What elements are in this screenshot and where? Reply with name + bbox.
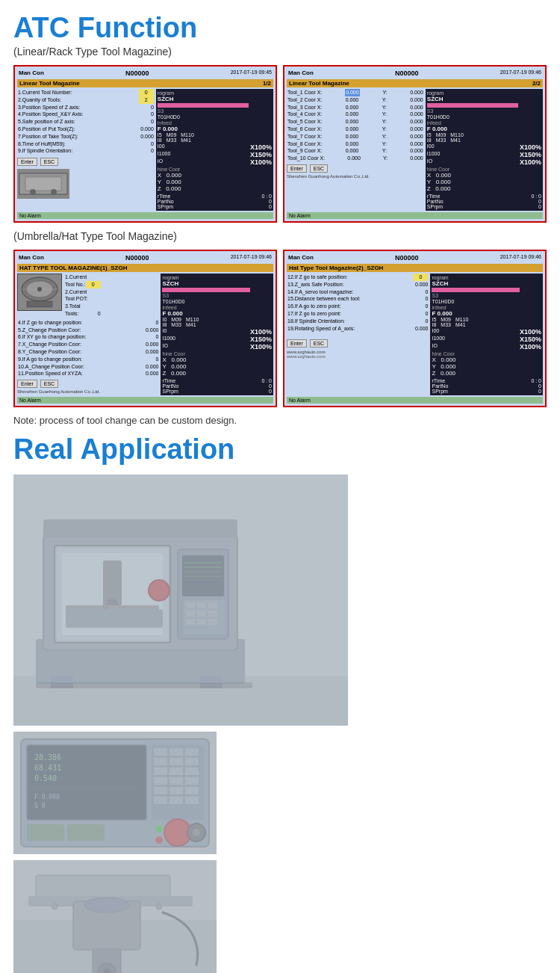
screen1-time: 0 : 0 [261,194,272,199]
svg-point-38 [149,580,169,601]
screen1-enter-button[interactable]: Enter [17,158,37,166]
screen3-pct-row3: IO X100% [162,343,272,350]
param-row-6: 6.Position of Put Tool(Z):0.000 [17,126,155,133]
screen4-z-coord: Z 0.000 [432,370,541,377]
screen1-speeds2: I8 M33 M41 [158,138,272,143]
screen2-company: Shenzhen Guanhong Automation Co.,Ltd. [287,174,424,179]
screen2-mode: Man Con [288,70,314,77]
screen3-time-row: rTime 0 : 0 [162,378,272,383]
param-row-2: 2.Quanity of Tools:2 [17,96,155,104]
screen1-s4: M41 [181,138,191,143]
svg-rect-71 [27,824,64,841]
screen2-header: Man Con N00000 2017-07-19 09:46 [287,69,543,78]
screen4-params: 12.If Z go to safe position:0 13.Z_axis … [287,274,429,332]
screen2-program: SZCH [427,96,541,102]
screen4-time-row: rTime 0 : 0 [432,378,541,383]
screen4-pct2: X150% [520,336,541,343]
s4-p1: 12.If Z go to safe position:0 [287,274,429,281]
screen2-enter-button[interactable]: Enter [287,164,307,173]
cnc-machine-svg [13,475,348,726]
param-row-4: 4.Position Speed_X&Y Axis:0 [17,111,155,118]
screen1-feed: F 0.000 [158,126,272,132]
umbrella-screens-row: Man Con N00000 2017-07-19 09:46 HAT TYPE… [13,250,547,407]
screen2-pct1: X100% [520,143,541,151]
svg-text:68.431: 68.431 [34,764,61,772]
screen3-s2: M110 [186,317,199,322]
screen2-sprpm: 0 [538,204,541,209]
screen1-esc-button[interactable]: ESC [40,158,58,166]
s4-p3: 14.If A_servo tool magazine:0 [287,288,429,296]
screen3: Man Con N00000 2017-07-19 09:46 HAT TYPE… [13,250,277,407]
param-row-3: 3.Position Speed of Z axis:0 [17,104,155,111]
screen3-y-coord: Y 0.000 [162,363,272,370]
svg-rect-39 [43,519,237,538]
screen1: Man Con N00000 2017-07-19 09:45 Linear T… [13,65,277,223]
screen3-partno-row: PartNo 0 [162,383,272,389]
svg-rect-63 [169,777,183,785]
screen1-ncode: N00000 [44,70,231,77]
screen3-sprpm-label: SPrpm [162,389,178,394]
right-images-col: 28.386 68.431 0.540 F 0.000 S 0 [13,732,217,973]
svg-rect-21 [66,609,163,628]
screen3-enter-button[interactable]: Enter [17,380,37,388]
param-row-7: 7.Position of Take Tool(Z):0.000 [17,133,155,140]
cnc-machine-image [13,475,348,726]
screen4-pct2-label: I1000 [432,336,445,343]
screen4-mode: Man Con [288,254,314,262]
screen1-header: Man Con N00000 2017-07-19 09:45 [17,69,273,78]
screen4-speeds2: I8 M33 M41 [432,322,541,327]
screen1-progress-bar [158,103,249,108]
svg-rect-9 [27,301,52,307]
s3-p11: 8.Y_Change Position Coor:0.000 [17,348,159,356]
screen4-left: 12.If Z go to safe position:0 13.Z_axis … [287,274,429,395]
screen3-company: Shenzhen Guanhong Automation Co.,Ltd. [17,389,159,394]
screen4-ncode: N00000 [314,254,500,262]
screen2-s7: I8 [427,138,432,143]
svg-rect-32 [186,611,195,617]
screen2-pct1-label: I00 [427,143,435,151]
screen4-progress-bar [432,288,519,292]
screen3-esc-button[interactable]: ESC [40,380,58,388]
screen2-speeds: I5 M09 M110 [427,132,541,138]
screen3-prog-label: rogram [162,275,272,280]
svg-rect-20 [103,560,108,613]
svg-point-87 [52,904,57,909]
svg-point-75 [155,836,163,844]
screen4-enter-button[interactable]: Enter [287,339,307,348]
screen4-pct1-label: I00 [432,328,439,336]
screen4-s3b: M33 [441,322,451,327]
s4-p4: 15.Distance between each tool:0 [287,295,429,303]
screen3-right: rogram SZCH S3 T01H0D0 infeed F 0.000 I0… [161,274,273,395]
screen2-prog-label: rogram [427,90,541,96]
screen3-feed: F 0.000 [162,310,272,317]
screen3-title: HAT TYPE TOOL MAGAZINE(1)_SZGH [19,265,127,271]
linear-subtitle: (Linear/Rack Type Tool Magazine) [13,46,547,58]
screen2-partno-label: PartNo [427,199,444,204]
svg-point-74 [155,825,163,833]
screen1-prog-label: rogram [158,90,272,96]
screen4-esc-button[interactable]: ESC [310,339,328,348]
svg-rect-1 [25,177,61,191]
screen1-y-coord: Y 0.000 [158,179,272,185]
machine-part-svg [13,860,217,973]
svg-rect-67 [185,787,199,794]
screen4-title-bar: Hat Type Tool Magazine(2)_SZGH [287,264,543,272]
screen4-feed-label: infeed [432,305,541,310]
screen1-sprpm-label: SPrpm [158,204,173,209]
screen4-header: Man Con N00000 2017-07-19 09:46 [287,253,543,262]
svg-rect-37 [208,619,217,625]
screen4-y-coord: Y 0.000 [432,363,541,370]
svg-point-3 [51,189,57,195]
tool6-row: Tool_6 Coor X:0.000 Y:0.000 [287,126,424,133]
svg-rect-60 [169,767,183,775]
screen4-s4: M41 [455,322,466,327]
tool7-row: Tool_7 Coor X:0.000 Y:0.000 [287,133,424,140]
screen3-progress-bar [162,288,249,292]
screen1-pct2-label: I1000 [158,151,171,158]
screen2-title: Linear Tool Magazine [289,80,349,87]
screen2-esc-button[interactable]: ESC [310,164,328,173]
screen4-status: No Alarm [287,397,543,404]
screen2-page: 2/2 [532,80,541,87]
s3-p3: 2.Current [64,288,102,296]
screen3-s7: I8 [162,322,167,327]
